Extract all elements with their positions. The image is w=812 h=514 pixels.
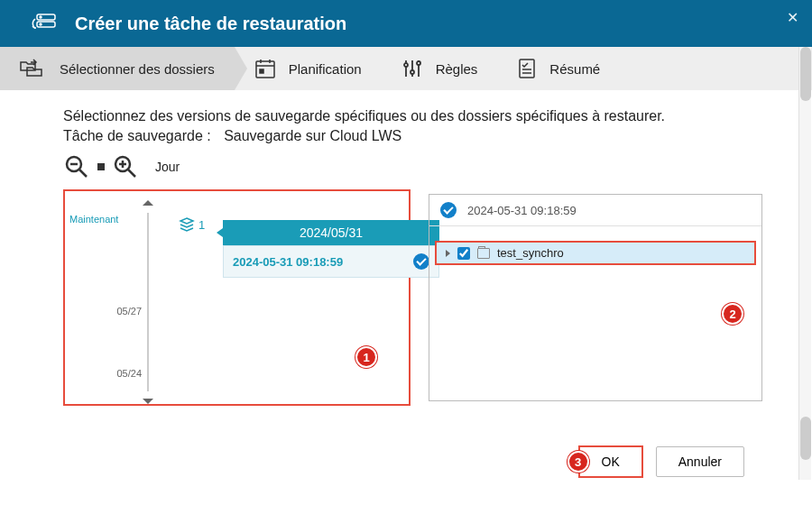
step-schedule[interactable]: Planification xyxy=(235,47,382,90)
version-group: 2024/05/31 2024-05-31 09:18:59 xyxy=(223,220,439,278)
svg-rect-8 xyxy=(260,69,263,73)
scrollbar-thumb[interactable] xyxy=(800,47,811,101)
dialog-title: Créer une tâche de restauration xyxy=(75,14,346,34)
folders-icon xyxy=(20,58,47,79)
folder-name: test_synchro xyxy=(497,246,564,260)
document-check-icon xyxy=(517,58,537,79)
cancel-button[interactable]: Annuler xyxy=(656,446,744,477)
svg-line-24 xyxy=(128,170,135,177)
folder-panel-header: 2024-05-31 09:18:59 xyxy=(429,195,761,226)
zoom-in-button[interactable] xyxy=(112,153,139,180)
time-unit-label: Jour xyxy=(155,160,180,174)
timeline-axis[interactable]: 05/27 05/24 xyxy=(147,213,149,391)
zoom-reset-icon[interactable] xyxy=(97,163,105,170)
svg-point-1 xyxy=(40,16,42,18)
close-icon[interactable]: ✕ xyxy=(787,9,798,26)
folder-checkbox[interactable] xyxy=(457,247,470,260)
step-label: Planification xyxy=(289,61,362,77)
timeline-scroll-down[interactable] xyxy=(143,399,153,404)
content-area: Sélectionnez des versions de sauvegarde … xyxy=(0,90,812,415)
timeline-scroll-up[interactable] xyxy=(143,200,153,206)
version-group-date[interactable]: 2024/05/31 xyxy=(223,220,439,245)
check-circle-icon xyxy=(413,253,429,270)
scrollbar-thumb[interactable] xyxy=(800,417,811,460)
step-label: Règles xyxy=(436,61,478,77)
svg-point-12 xyxy=(411,70,414,74)
version-timestamp: 2024-05-31 09:18:59 xyxy=(233,255,343,269)
check-circle-icon xyxy=(440,202,457,218)
version-row[interactable]: 2024-05-31 09:18:59 xyxy=(223,245,439,278)
step-select-folders[interactable]: Sélectionner des dossiers xyxy=(0,47,235,90)
layer-count-value: 1 xyxy=(198,218,205,232)
layers-count: 1 xyxy=(179,216,205,233)
timeline-panel: Maintenant 05/27 05/24 1 2024/05/31 2024… xyxy=(63,189,411,406)
task-line: Tâche de sauvegarde : Sauvegarde sur Clo… xyxy=(63,128,776,144)
timeline-tick: 05/27 xyxy=(104,306,142,317)
layers-icon xyxy=(179,216,195,233)
folder-icon xyxy=(477,248,490,259)
zoom-controls: Jour xyxy=(63,153,776,180)
timeline-tick: 05/24 xyxy=(104,368,142,379)
sliders-icon xyxy=(401,58,423,79)
timeline: 05/27 05/24 xyxy=(112,191,184,404)
dialog-footer: 3 OK Annuler xyxy=(578,445,745,478)
title-bar: Créer une tâche de restauration ✕ xyxy=(0,0,812,47)
annotation-badge-1: 1 xyxy=(355,346,377,368)
calendar-icon xyxy=(254,58,276,79)
annotation-badge-3: 3 xyxy=(567,451,589,473)
scrollbar-track xyxy=(798,47,811,480)
step-label: Sélectionner des dossiers xyxy=(60,61,215,77)
svg-line-20 xyxy=(79,170,87,177)
task-label: Tâche de sauvegarde : xyxy=(63,128,211,143)
svg-point-3 xyxy=(40,23,42,25)
zoom-out-button[interactable] xyxy=(63,153,90,180)
selected-version-timestamp: 2024-05-31 09:18:59 xyxy=(467,204,577,217)
step-summary[interactable]: Résumé xyxy=(497,47,620,90)
restore-task-icon xyxy=(32,14,59,33)
step-rules[interactable]: Règles xyxy=(382,47,498,90)
folder-row[interactable]: test_synchro xyxy=(435,241,756,265)
svg-point-14 xyxy=(417,61,420,65)
ok-button[interactable]: OK xyxy=(595,447,641,476)
expand-icon[interactable] xyxy=(446,250,450,257)
folder-panel: 2024-05-31 09:18:59 test_synchro 2 xyxy=(429,194,762,401)
ok-button-highlight: 3 OK xyxy=(578,445,643,478)
svg-point-10 xyxy=(404,63,408,67)
annotation-badge-2: 2 xyxy=(722,303,743,325)
wizard-steps: Sélectionner des dossiers Planification … xyxy=(0,47,812,90)
step-label: Résumé xyxy=(549,61,600,77)
task-value: Sauvegarde sur Cloud LWS xyxy=(224,128,401,143)
svg-rect-15 xyxy=(520,60,534,78)
svg-rect-4 xyxy=(256,61,274,78)
instruction-text: Sélectionnez des versions de sauvegarde … xyxy=(63,108,776,124)
